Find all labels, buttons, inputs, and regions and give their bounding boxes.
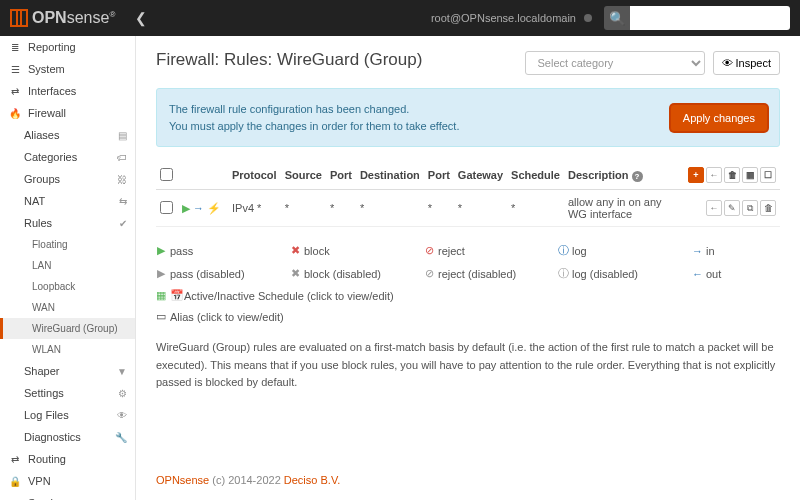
move-left-button[interactable]: ← bbox=[706, 167, 722, 183]
in-icon: → bbox=[692, 245, 702, 257]
settings-icon: ⚙ bbox=[118, 388, 127, 399]
row-checkbox[interactable] bbox=[160, 201, 173, 214]
eye-icon: 👁 bbox=[722, 57, 733, 69]
sidebar-item-groups[interactable]: Groups⛓ bbox=[0, 168, 135, 190]
sidebar-item-floating[interactable]: Floating bbox=[0, 234, 135, 255]
status-dot-icon bbox=[584, 14, 592, 22]
firewall-icon: 🔥 bbox=[8, 108, 22, 119]
out-icon: ← bbox=[692, 268, 702, 280]
sidebar-item-lan[interactable]: LAN bbox=[0, 255, 135, 276]
sidebar-item-wireguard[interactable]: WireGuard (Group) bbox=[0, 318, 135, 339]
apply-changes-button[interactable]: Apply changes bbox=[671, 105, 767, 131]
pass-icon: ▶ bbox=[156, 244, 166, 257]
row-delete-button[interactable]: 🗑 bbox=[760, 200, 776, 216]
block-disabled-icon: ✖ bbox=[290, 267, 300, 280]
help-note: WireGuard (Group) rules are evaluated on… bbox=[156, 339, 780, 392]
sidebar-item-logfiles[interactable]: Log Files👁 bbox=[0, 404, 135, 426]
sidebar-item-shaper[interactable]: Shaper▼ bbox=[0, 360, 135, 382]
select-all-checkbox[interactable] bbox=[160, 168, 173, 181]
changes-alert: The firewall rule configuration has been… bbox=[156, 88, 780, 147]
rules-icon: ✔ bbox=[119, 218, 127, 229]
reject-disabled-icon: ⊘ bbox=[424, 267, 434, 280]
inspect-button[interactable]: 👁Inspect bbox=[713, 51, 780, 75]
sidebar-item-diagnostics[interactable]: Diagnostics🔧 bbox=[0, 426, 135, 448]
footer-company-link[interactable]: Deciso B.V. bbox=[284, 474, 340, 486]
vpn-icon: 🔒 bbox=[8, 476, 22, 487]
add-rule-button[interactable]: + bbox=[688, 167, 704, 183]
legend: ▶pass ✖block ⊘reject ⓘlog →in ⚡first mat… bbox=[156, 239, 780, 327]
in-icon: → bbox=[193, 202, 204, 214]
calendar-icon: 📅 bbox=[170, 289, 180, 302]
schedule-icon: ▦ bbox=[156, 289, 166, 302]
toggle-all-button[interactable]: ☐ bbox=[760, 167, 776, 183]
sidebar-item-reporting[interactable]: ≣Reporting bbox=[0, 36, 135, 58]
row-edit-button[interactable]: ✎ bbox=[724, 200, 740, 216]
row-clone-button[interactable]: ⧉ bbox=[742, 200, 758, 216]
routing-icon: ⇄ bbox=[8, 454, 22, 465]
sidebar-item-rules[interactable]: Rules✔ bbox=[0, 212, 135, 234]
categories-icon: 🏷 bbox=[117, 152, 127, 163]
firstmatch-icon: ⚡ bbox=[207, 202, 221, 214]
interfaces-icon: ⇄ bbox=[8, 86, 22, 97]
page-title: Firewall: Rules: WireGuard (Group) bbox=[156, 50, 422, 70]
rules-table: Protocol Source Port Destination Port Ga… bbox=[156, 161, 780, 227]
aliases-icon: ▤ bbox=[118, 130, 127, 141]
sidebar-item-routing[interactable]: ⇄Routing bbox=[0, 448, 135, 470]
table-row[interactable]: ▶ → ⚡ IPv4 * * * * * * * allow any in on… bbox=[156, 190, 780, 227]
log-icon: ⓘ bbox=[558, 243, 568, 258]
nat-icon: ⇆ bbox=[119, 196, 127, 207]
sidebar: ≣Reporting ☰System ⇄Interfaces 🔥Firewall… bbox=[0, 36, 136, 500]
sidebar-item-wlan[interactable]: WLAN bbox=[0, 339, 135, 360]
sidebar-item-firewall[interactable]: 🔥Firewall bbox=[0, 102, 135, 124]
sidebar-item-categories[interactable]: Categories🏷 bbox=[0, 146, 135, 168]
logfiles-icon: 👁 bbox=[117, 410, 127, 421]
groups-icon: ⛓ bbox=[117, 174, 127, 185]
row-move-button[interactable]: ← bbox=[706, 200, 722, 216]
brand-logo[interactable]: OPNsense® bbox=[10, 9, 115, 27]
sidebar-item-loopback[interactable]: Loopback bbox=[0, 276, 135, 297]
main-content: Firewall: Rules: WireGuard (Group) Selec… bbox=[136, 36, 800, 500]
sidebar-item-services[interactable]: ▦Services bbox=[0, 492, 135, 500]
footer-brand-link[interactable]: OPNsense bbox=[156, 474, 209, 486]
footer: OPNsense (c) 2014-2022 Deciso B.V. bbox=[156, 458, 780, 486]
log-disabled-icon: ⓘ bbox=[558, 266, 568, 281]
reject-icon: ⊘ bbox=[424, 244, 434, 257]
delete-button[interactable]: 🗑 bbox=[724, 167, 740, 183]
toggle-button[interactable]: ▦ bbox=[742, 167, 758, 183]
collapse-sidebar-icon[interactable]: ❮ bbox=[135, 10, 147, 26]
search-button[interactable]: 🔍 bbox=[604, 6, 630, 30]
shaper-icon: ▼ bbox=[117, 366, 127, 377]
brand-icon bbox=[10, 9, 28, 27]
sidebar-item-wan[interactable]: WAN bbox=[0, 297, 135, 318]
category-select[interactable]: Select category bbox=[525, 51, 705, 75]
pass-disabled-icon: ▶ bbox=[156, 267, 166, 280]
alias-icon: ▭ bbox=[156, 310, 166, 323]
reporting-icon: ≣ bbox=[8, 42, 22, 53]
sidebar-item-aliases[interactable]: Aliases▤ bbox=[0, 124, 135, 146]
sidebar-item-system[interactable]: ☰System bbox=[0, 58, 135, 80]
sidebar-item-interfaces[interactable]: ⇄Interfaces bbox=[0, 80, 135, 102]
search-input[interactable] bbox=[630, 6, 790, 30]
system-icon: ☰ bbox=[8, 64, 22, 75]
pass-icon: ▶ bbox=[182, 202, 190, 214]
sidebar-item-vpn[interactable]: 🔒VPN bbox=[0, 470, 135, 492]
block-icon: ✖ bbox=[290, 244, 300, 257]
diagnostics-icon: 🔧 bbox=[115, 432, 127, 443]
sidebar-item-nat[interactable]: NAT⇆ bbox=[0, 190, 135, 212]
user-label[interactable]: root@OPNsense.localdomain bbox=[431, 12, 576, 24]
sidebar-item-settings[interactable]: Settings⚙ bbox=[0, 382, 135, 404]
help-icon[interactable]: ? bbox=[632, 171, 643, 182]
